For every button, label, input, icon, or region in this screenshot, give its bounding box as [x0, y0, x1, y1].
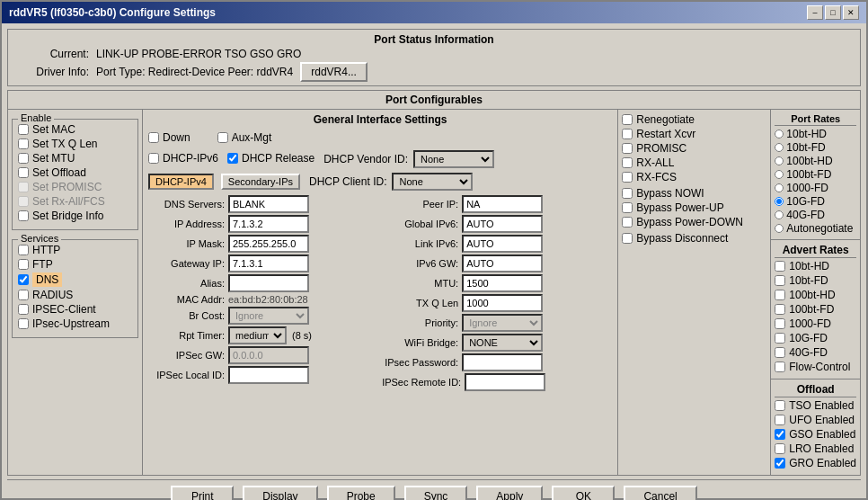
apply-button[interactable]: Apply [476, 486, 543, 500]
rate-autoneg-radio[interactable] [775, 224, 784, 233]
rpt-timer-select[interactable]: medium [228, 326, 287, 344]
rate-10bt-fd-radio[interactable] [775, 143, 784, 152]
advert-10bt-hd-checkbox[interactable] [775, 261, 785, 272]
rate-1000-fd-label: 1000-FD [786, 182, 828, 194]
renegotiate-checkbox[interactable] [622, 114, 633, 125]
global-ipv6-row: Global IPv6: [382, 215, 612, 233]
ip-mask-input[interactable] [228, 235, 309, 253]
lro-enabled-checkbox[interactable] [775, 443, 785, 454]
mtu-input[interactable] [462, 274, 543, 292]
bypass-power-down-checkbox[interactable] [622, 217, 633, 228]
set-mac-checkbox[interactable] [18, 124, 29, 135]
secondary-ips-button[interactable]: Secondary-IPs [221, 174, 300, 190]
tx-q-len-input[interactable] [462, 294, 543, 312]
priority-select[interactable]: Ignore [462, 314, 543, 332]
ipsec-client-checkbox[interactable] [18, 304, 29, 315]
gso-enabled-checkbox[interactable] [775, 429, 785, 440]
section-columns: Enable Set MAC Set TX Q Len Set MTU [8, 110, 860, 475]
set-txqlen-checkbox[interactable] [18, 138, 29, 149]
bypass-power-down-item: Bypass Power-DOWN [622, 216, 766, 228]
bypass-disconnect-wrapper: Bypass Disconnect [622, 232, 766, 245]
dhcp-ipv6-checkbox[interactable] [148, 153, 159, 164]
dhcp-ipv4-button[interactable]: DHCP-IPv4 [148, 174, 214, 190]
rx-fcs-checkbox[interactable] [622, 172, 633, 183]
set-bridge-info-checkbox[interactable] [18, 210, 29, 221]
close-button[interactable]: ✕ [843, 5, 859, 20]
ufo-enabled-checkbox[interactable] [775, 415, 785, 425]
peer-ip-input[interactable] [462, 195, 543, 213]
gateway-ip-input[interactable] [228, 254, 309, 272]
ipsec-remote-input[interactable] [465, 373, 545, 391]
aux-mgt-checkbox[interactable] [217, 132, 228, 143]
advert-flow-control-checkbox[interactable] [775, 362, 785, 372]
dhcp-vendor-select[interactable]: None [413, 150, 494, 168]
down-checkbox[interactable] [148, 132, 159, 143]
restore-button[interactable]: □ [825, 5, 841, 20]
enable-set-rxallfcs: Set Rx-All/FCS [18, 195, 132, 208]
rate-40g-fd-radio[interactable] [775, 210, 784, 219]
tso-enabled-checkbox[interactable] [775, 400, 785, 411]
alias-input[interactable] [228, 274, 309, 292]
advert-40g-fd-checkbox[interactable] [775, 347, 785, 358]
print-button[interactable]: Print [171, 486, 234, 500]
current-status-row: Current: LINK-UP PROBE-ERROR TSO GSO GRO [17, 48, 851, 60]
advert-10bt-fd-checkbox[interactable] [775, 275, 785, 286]
gro-enabled-checkbox[interactable] [775, 458, 785, 469]
alias-label: Alias: [148, 278, 225, 289]
rx-all-checkbox[interactable] [622, 157, 633, 168]
dhcp-release-checkbox[interactable] [227, 153, 238, 164]
bypass-power-up-checkbox[interactable] [622, 202, 633, 213]
rx-fcs-label: RX-FCS [636, 171, 677, 183]
rate-100bt-hd-radio[interactable] [775, 156, 784, 165]
set-txqlen-label: Set TX Q Len [32, 138, 98, 150]
restart-xcvr-checkbox[interactable] [622, 129, 633, 139]
ip-mask-row: IP Mask: [148, 235, 378, 253]
rddvr4-button[interactable]: rddVR4... [300, 62, 368, 82]
bypass-disconnect-label: Bypass Disconnect [636, 232, 728, 245]
advert-10g-fd-checkbox[interactable] [775, 333, 785, 344]
ip-address-input[interactable] [228, 215, 309, 233]
ftp-checkbox[interactable] [18, 259, 29, 270]
display-button[interactable]: Display [243, 486, 317, 500]
rate-1000-fd-radio[interactable] [775, 183, 784, 192]
ipsec-local-input[interactable] [228, 366, 309, 384]
radius-checkbox[interactable] [18, 290, 29, 300]
bypass-disconnect-checkbox[interactable] [622, 233, 633, 244]
rate-1000-fd: 1000-FD [775, 182, 856, 194]
wifi-bridge-select[interactable]: NONE [462, 334, 543, 352]
link-ipv6-input[interactable] [462, 235, 543, 253]
tso-enabled-label: TSO Enabled [789, 399, 854, 412]
rate-100bt-fd-radio[interactable] [775, 170, 784, 179]
wifi-bridge-row: WiFi Bridge: NONE [382, 334, 612, 352]
rate-10bt-hd-radio[interactable] [775, 129, 784, 138]
promisc-checkbox[interactable] [622, 143, 633, 154]
rate-10bt-fd: 10bt-FD [775, 141, 856, 154]
set-offload-checkbox[interactable] [18, 167, 29, 178]
rate-40g-fd: 40G-FD [775, 209, 856, 221]
aux-mgt-item: Aux-Mgt [217, 131, 272, 144]
dhcp-client-select[interactable]: None [392, 173, 473, 191]
dns-checkbox[interactable] [18, 274, 29, 285]
minimize-button[interactable]: – [807, 5, 823, 20]
sync-button[interactable]: Sync [404, 486, 468, 500]
advert-1000-fd-checkbox[interactable] [775, 318, 785, 329]
set-mtu-checkbox[interactable] [18, 153, 29, 164]
ok-button[interactable]: OK [552, 486, 615, 500]
rate-10g-fd-radio[interactable] [775, 197, 784, 206]
br-cost-select[interactable]: Ignore [228, 307, 309, 325]
ipsec-gw-input[interactable] [228, 346, 309, 364]
advert-100bt-fd-checkbox[interactable] [775, 304, 785, 315]
advert-100bt-hd-checkbox[interactable] [775, 290, 785, 300]
ipsec-password-input[interactable] [462, 353, 543, 371]
http-checkbox[interactable] [18, 245, 29, 255]
gro-enabled-item: GRO Enabled [775, 457, 856, 469]
ipsec-upstream-checkbox[interactable] [18, 318, 29, 329]
dns-servers-input[interactable] [228, 195, 309, 213]
bypass-now-checkbox[interactable] [622, 188, 633, 199]
ipv6-gw-input[interactable] [462, 254, 543, 272]
probe-button[interactable]: Probe [327, 486, 395, 500]
cancel-button[interactable]: Cancel [624, 486, 696, 500]
mac-addr-row: MAC Addr: ea:bd:b2:80:0b:28 [148, 294, 378, 305]
gateway-ip-row: Gateway IP: [148, 254, 378, 272]
global-ipv6-input[interactable] [462, 215, 543, 233]
